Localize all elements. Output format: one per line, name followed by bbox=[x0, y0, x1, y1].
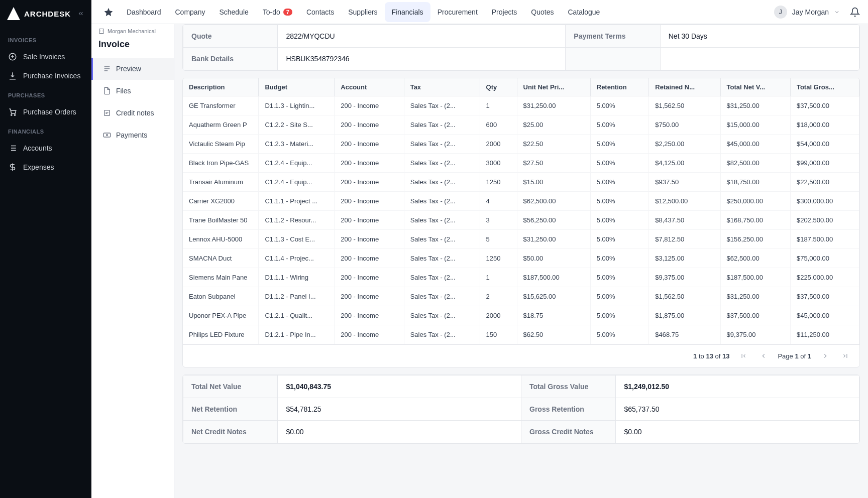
table-cell: SMACNA Duct bbox=[183, 249, 259, 268]
table-row[interactable]: Trane BoilMaster 50C1.1.2 - Resour...200… bbox=[183, 211, 859, 230]
table-cell: Sales Tax - (2... bbox=[404, 268, 480, 287]
table-cell: Eaton Subpanel bbox=[183, 287, 259, 306]
table-cell: $31,250.00 bbox=[517, 96, 590, 115]
column-header[interactable]: Retention bbox=[590, 78, 649, 96]
table-cell: $468.75 bbox=[649, 325, 720, 344]
table-cell: $82,500.00 bbox=[720, 154, 790, 173]
cart-icon bbox=[8, 107, 17, 116]
topnav-quotes[interactable]: Quotes bbox=[524, 2, 561, 22]
table-row[interactable]: Philips LED FixtureD1.2.1 - Pipe In...20… bbox=[183, 325, 859, 344]
svg-point-6 bbox=[106, 135, 108, 136]
collapse-sidebar-icon[interactable] bbox=[77, 10, 84, 17]
breadcrumb[interactable]: Morgan Mechanical bbox=[91, 24, 174, 34]
table-cell: 2000 bbox=[480, 306, 517, 325]
nav-item-purchase-orders[interactable]: Purchase Orders bbox=[0, 102, 91, 121]
pager-range: 1 to 13 of 13 bbox=[693, 352, 729, 360]
topnav-projects[interactable]: Projects bbox=[485, 2, 524, 22]
column-header[interactable]: Budget bbox=[259, 78, 335, 96]
preview-icon bbox=[103, 65, 111, 73]
tab-payments[interactable]: Payments bbox=[91, 124, 174, 146]
table-row[interactable]: Lennox AHU-5000C1.1.3 - Cost E...200 - I… bbox=[183, 230, 859, 249]
table-cell: $187,500.00 bbox=[720, 268, 790, 287]
table-row[interactable]: GE TransformerD1.1.3 - Lightin...200 - I… bbox=[183, 96, 859, 115]
table-cell: C1.1.1 - Project ... bbox=[259, 192, 335, 211]
table-cell: 5.00% bbox=[590, 96, 649, 115]
main-area: DashboardCompanyScheduleTo-do7ContactsSu… bbox=[91, 0, 868, 498]
column-header[interactable]: Total Gros... bbox=[790, 78, 859, 96]
table-cell: $62,500.00 bbox=[517, 192, 590, 211]
pager-prev-button[interactable] bbox=[757, 350, 770, 362]
table-cell: $62.50 bbox=[517, 325, 590, 344]
table-row[interactable]: Aquatherm Green PC1.2.2 - Site S...200 -… bbox=[183, 115, 859, 135]
table-cell: C1.2.4 - Equip... bbox=[259, 173, 335, 192]
column-header[interactable]: Tax bbox=[404, 78, 480, 96]
table-cell: $50.00 bbox=[517, 249, 590, 268]
tab-credit-notes[interactable]: Credit notes bbox=[91, 102, 174, 124]
files-icon bbox=[103, 87, 111, 95]
topnav-financials[interactable]: Financials bbox=[385, 2, 430, 22]
topnav-label: Procurement bbox=[438, 8, 478, 16]
nav-item-purchase-invoices[interactable]: Purchase Invoices bbox=[0, 66, 91, 85]
topnav-label: Contacts bbox=[306, 8, 334, 16]
line-items-grid[interactable]: DescriptionBudgetAccountTaxQtyUnit Net P… bbox=[183, 78, 859, 344]
table-cell: 200 - Income bbox=[335, 306, 404, 325]
quote-value: 2822/MYQCDU bbox=[278, 25, 566, 48]
topnav-procurement[interactable]: Procurement bbox=[430, 2, 485, 22]
nav-item-expenses[interactable]: Expenses bbox=[0, 158, 91, 177]
column-header[interactable]: Total Net V... bbox=[720, 78, 790, 96]
tab-preview[interactable]: Preview bbox=[91, 58, 174, 80]
pager-next-button[interactable] bbox=[819, 350, 831, 362]
table-cell: $8,437.50 bbox=[649, 211, 720, 230]
brand-row: ARCHDESK bbox=[0, 7, 91, 30]
table-cell: Lennox AHU-5000 bbox=[183, 230, 259, 249]
table-row[interactable]: Carrier XG2000C1.1.1 - Project ...200 - … bbox=[183, 192, 859, 211]
table-cell: Sales Tax - (2... bbox=[404, 249, 480, 268]
topnav-schedule[interactable]: Schedule bbox=[212, 2, 255, 22]
table-cell: 1 bbox=[480, 268, 517, 287]
table-row[interactable]: Black Iron Pipe-GASC1.2.4 - Equip...200 … bbox=[183, 154, 859, 173]
topnav-catalogue[interactable]: Catalogue bbox=[561, 2, 607, 22]
column-header[interactable]: Qty bbox=[480, 78, 517, 96]
table-cell: 200 - Income bbox=[335, 230, 404, 249]
pager-first-button[interactable] bbox=[737, 350, 749, 362]
column-header[interactable]: Unit Net Pri... bbox=[517, 78, 590, 96]
table-row[interactable]: Siemens Main PaneD1.1.1 - Wiring200 - In… bbox=[183, 268, 859, 287]
table-row[interactable]: Victaulic Steam PipC1.2.3 - Materi...200… bbox=[183, 135, 859, 154]
topnav-to-do[interactable]: To-do7 bbox=[256, 2, 299, 22]
table-cell: 5.00% bbox=[590, 192, 649, 211]
table-cell: 1 bbox=[480, 96, 517, 115]
topnav-label: Dashboard bbox=[127, 8, 161, 16]
nav-item-sale-invoices[interactable]: Sale Invoices bbox=[0, 47, 91, 66]
table-cell: 5.00% bbox=[590, 325, 649, 344]
table-cell: $3,125.00 bbox=[649, 249, 720, 268]
topnav-company[interactable]: Company bbox=[168, 2, 212, 22]
total-value: $1,249,012.50 bbox=[616, 376, 859, 398]
page-title: Invoice bbox=[91, 34, 174, 58]
table-row[interactable]: SMACNA DuctC1.1.4 - Projec...200 - Incom… bbox=[183, 249, 859, 268]
notifications-bell-icon[interactable] bbox=[850, 7, 860, 17]
table-row[interactable]: Uponor PEX-A PipeC1.2.1 - Qualit...200 -… bbox=[183, 306, 859, 325]
table-cell: C1.2.4 - Equip... bbox=[259, 154, 335, 173]
column-header[interactable]: Account bbox=[335, 78, 404, 96]
topnav-contacts[interactable]: Contacts bbox=[299, 2, 341, 22]
table-cell: 200 - Income bbox=[335, 211, 404, 230]
table-cell: 4 bbox=[480, 192, 517, 211]
table-cell: 5 bbox=[480, 230, 517, 249]
table-row[interactable]: Eaton SubpanelD1.1.2 - Panel I...200 - I… bbox=[183, 287, 859, 306]
table-cell: 1250 bbox=[480, 249, 517, 268]
column-header[interactable]: Retained N... bbox=[649, 78, 720, 96]
table-cell: Sales Tax - (2... bbox=[404, 173, 480, 192]
table-row[interactable]: Transair AluminumC1.2.4 - Equip...200 - … bbox=[183, 173, 859, 192]
favorite-star-button[interactable] bbox=[99, 3, 118, 21]
topnav-label: Suppliers bbox=[348, 8, 377, 16]
column-header[interactable]: Description bbox=[183, 78, 259, 96]
total-value: $54,781.25 bbox=[278, 398, 521, 421]
topnav-suppliers[interactable]: Suppliers bbox=[341, 2, 384, 22]
nav-section-title: PURCHASES bbox=[0, 85, 91, 102]
topnav-dashboard[interactable]: Dashboard bbox=[120, 2, 168, 22]
table-cell: Sales Tax - (2... bbox=[404, 192, 480, 211]
pager-last-button[interactable] bbox=[839, 350, 851, 362]
user-menu[interactable]: J Jay Morgan bbox=[774, 6, 860, 19]
nav-item-accounts[interactable]: Accounts bbox=[0, 139, 91, 158]
tab-files[interactable]: Files bbox=[91, 80, 174, 102]
